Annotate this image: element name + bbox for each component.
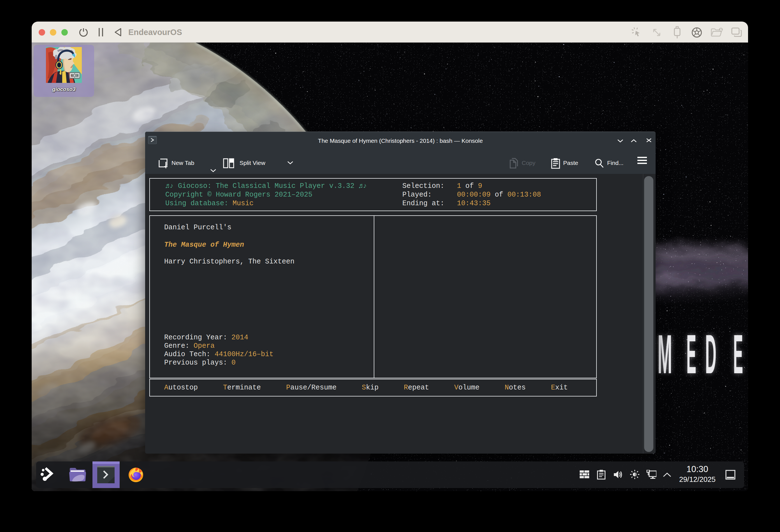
svg-text:E: E (686, 323, 696, 385)
svg-text:D: D (705, 323, 717, 385)
svg-text:M: M (657, 323, 672, 385)
svg-text:E: E (733, 323, 743, 385)
